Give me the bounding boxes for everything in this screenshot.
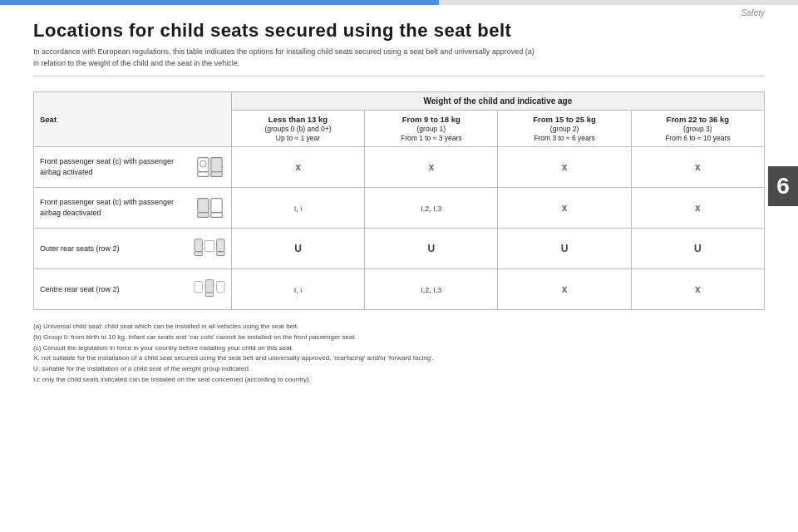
seat-cell-1: Front passenger seat (c) with passenger … bbox=[34, 188, 232, 229]
col-header-2: From 15 to 25 kg (group 2)From 3 to ≈ 6 … bbox=[498, 111, 631, 147]
svg-rect-11 bbox=[204, 241, 214, 252]
svg-rect-17 bbox=[216, 282, 224, 293]
val-0-3: x bbox=[631, 147, 764, 188]
svg-rect-3 bbox=[211, 158, 222, 172]
svg-point-2 bbox=[200, 160, 206, 167]
seat-label-1: Front passenger seat (c) with passenger … bbox=[40, 197, 189, 218]
table-row: Front passenger seat (c) with passenger … bbox=[34, 188, 765, 229]
val-1-0: I, i bbox=[231, 188, 364, 229]
page-label: Safety bbox=[741, 8, 765, 17]
weight-header: Weight of the child and indicative age bbox=[231, 92, 764, 111]
col-sub-2: (group 2)From 3 to ≈ 6 years bbox=[534, 125, 595, 142]
table-row: Centre rear seat (row 2) I, i I,2, I,3 x… bbox=[34, 269, 765, 310]
val-3-2: x bbox=[498, 269, 631, 310]
col-sub-3: (group 3)From 6 to ≈ 10 years bbox=[665, 125, 730, 142]
val-3-1: I,2, I,3 bbox=[365, 269, 498, 310]
svg-rect-9 bbox=[195, 239, 203, 252]
svg-rect-12 bbox=[216, 239, 224, 252]
val-2-2: U bbox=[498, 229, 631, 269]
val-3-0: I, i bbox=[231, 269, 364, 310]
val-2-1: U bbox=[365, 229, 498, 269]
val-2-0: U bbox=[231, 229, 364, 269]
val-3-3: x bbox=[631, 269, 764, 310]
chapter-badge: 6 bbox=[768, 166, 798, 206]
svg-rect-8 bbox=[211, 213, 222, 218]
val-1-3: x bbox=[631, 188, 764, 229]
seat-cell-3: Centre rear seat (row 2) bbox=[34, 269, 232, 310]
svg-rect-7 bbox=[211, 199, 222, 213]
footnote-5: I,i: only the child seats indicated can … bbox=[33, 375, 765, 386]
val-1-1: I,2, I,3 bbox=[365, 188, 498, 229]
seat-diagram-2 bbox=[194, 233, 225, 264]
seat-diagram-0 bbox=[194, 151, 225, 183]
seat-label-0: Front passenger seat (c) with passenger … bbox=[40, 156, 189, 177]
seat-diagram-1 bbox=[194, 192, 225, 224]
table-row: Outer rear seats (row 2) U U U U bbox=[34, 229, 765, 269]
val-0-1: x bbox=[365, 147, 498, 188]
col-header-3: From 22 to 36 kg (group 3)From 6 to ≈ 10… bbox=[631, 111, 764, 147]
footnote-0: (a) Universal child seat: child seat whi… bbox=[33, 322, 765, 332]
child-seat-table: Seat Weight of the child and indicative … bbox=[33, 91, 765, 310]
val-2-3: U bbox=[631, 229, 764, 269]
footnote-1: (b) Group 0: from birth to 10 kg. Infant… bbox=[33, 332, 765, 343]
col-header-0: Less than 13 kg (groups 0 (b) and 0+)Up … bbox=[231, 111, 364, 147]
seat-diagram-3 bbox=[194, 273, 225, 305]
svg-rect-14 bbox=[195, 282, 203, 293]
subtitle-line1: In accordance with European regulations,… bbox=[33, 47, 534, 56]
svg-rect-13 bbox=[216, 252, 224, 256]
col-sub-0: (groups 0 (b) and 0+)Up to ≈ 1 year bbox=[264, 125, 331, 142]
subtitle: In accordance with European regulations,… bbox=[33, 47, 665, 69]
svg-rect-0 bbox=[198, 158, 209, 172]
header-section: Locations for child seats secured using … bbox=[0, 5, 798, 76]
page-title: Locations for child seats secured using … bbox=[33, 20, 765, 42]
table-row: Front passenger seat (c) with passenger … bbox=[34, 147, 765, 188]
val-0-0: x bbox=[231, 147, 364, 188]
seat-column-header: Seat bbox=[34, 92, 232, 147]
col-sub-1: (group 1)From 1 to ≈ 3 years bbox=[401, 125, 462, 142]
footnote-2: (c) Consult the legislation in force in … bbox=[33, 343, 765, 354]
svg-rect-6 bbox=[198, 213, 209, 218]
svg-rect-5 bbox=[198, 199, 209, 213]
svg-rect-15 bbox=[205, 280, 214, 293]
svg-rect-4 bbox=[211, 172, 222, 177]
svg-rect-10 bbox=[195, 252, 203, 256]
divider bbox=[33, 76, 765, 76]
seat-cell-0: Front passenger seat (c) with passenger … bbox=[34, 147, 232, 188]
seat-cell-2: Outer rear seats (row 2) bbox=[34, 229, 232, 269]
seat-label-2: Outer rear seats (row 2) bbox=[40, 244, 189, 254]
footnote-area: (a) Universal child seat: child seat whi… bbox=[0, 317, 798, 386]
chapter-number: 6 bbox=[776, 173, 790, 200]
svg-rect-16 bbox=[205, 293, 214, 297]
footnote-3: X: not suitable for the installation of … bbox=[33, 353, 765, 364]
seat-label-3: Centre rear seat (row 2) bbox=[40, 284, 189, 295]
val-0-2: x bbox=[498, 147, 631, 188]
footnote-4: U: suitable for the installation of a ch… bbox=[33, 364, 765, 375]
val-1-2: x bbox=[498, 188, 631, 229]
col-header-1: From 9 to 18 kg (group 1)From 1 to ≈ 3 y… bbox=[365, 111, 498, 147]
subtitle-line2: in relation to the weight of the child a… bbox=[33, 59, 239, 67]
svg-rect-1 bbox=[198, 172, 209, 177]
content-area: Seat Weight of the child and indicative … bbox=[0, 83, 798, 317]
